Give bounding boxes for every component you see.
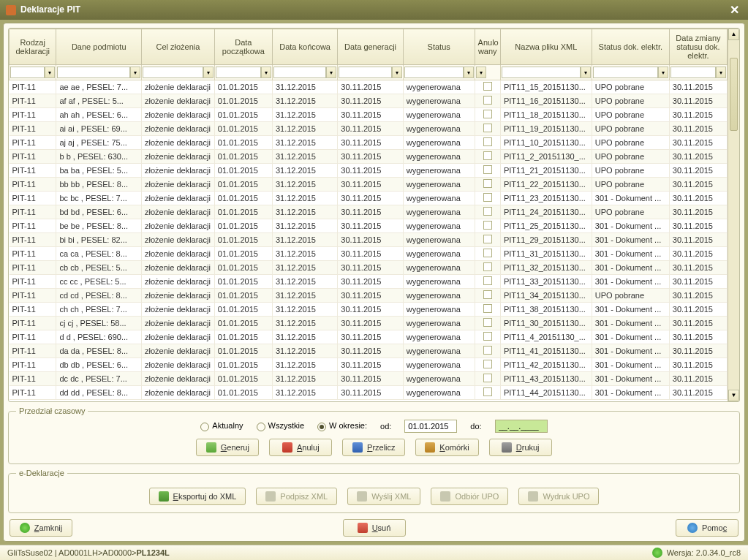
table-row[interactable]: PIT-11ah ah , PESEL: 6...złożenie deklar… xyxy=(10,108,728,122)
table-row[interactable]: PIT-11ai ai , PESEL: 69...złożenie dekla… xyxy=(10,122,728,136)
komorki-button[interactable]: Komórki xyxy=(415,439,478,456)
col-header-dzse[interactable]: Data zmiany statusu dok. elektr. xyxy=(669,29,727,65)
close-button[interactable]: ✕ xyxy=(727,3,742,17)
filter-dd-dzse[interactable]: ▾ xyxy=(716,67,726,78)
przelicz-button[interactable]: Przelicz xyxy=(342,439,405,456)
filter-dd-nazwa[interactable]: ▾ xyxy=(581,67,591,78)
anulowany-checkbox[interactable] xyxy=(483,262,492,271)
pomoc-button[interactable]: Pomoc xyxy=(676,519,738,537)
filter-dd-dgen[interactable]: ▾ xyxy=(392,67,402,78)
table-row[interactable]: PIT-11be be , PESEL: 8...złożenie deklar… xyxy=(10,219,728,233)
anulowany-checkbox[interactable] xyxy=(483,193,492,202)
radio-aktualny[interactable]: Aktualny xyxy=(200,421,243,431)
anulowany-checkbox[interactable] xyxy=(483,221,492,230)
anulowany-checkbox[interactable] xyxy=(483,137,492,146)
filter-input-dane[interactable] xyxy=(57,67,130,78)
anulowany-checkbox[interactable] xyxy=(483,110,492,118)
table-row[interactable]: PIT-11aj aj , PESEL: 75...złożenie dekla… xyxy=(10,136,728,150)
filter-input-sde[interactable] xyxy=(593,67,658,78)
anulowany-checkbox[interactable] xyxy=(483,82,492,91)
table-row[interactable]: PIT-11cc cc , PESEL: 5...złożenie deklar… xyxy=(10,275,728,289)
anuluj-button[interactable]: Anuluj xyxy=(269,439,332,456)
wydruk-upo-button[interactable]: Wydruk UPO xyxy=(518,488,599,505)
col-header-dane[interactable]: Dane podmiotu xyxy=(56,29,142,65)
table-row[interactable]: PIT-11cj cj , PESEL: 58...złożenie dekla… xyxy=(10,317,728,330)
filter-input-dpocz[interactable] xyxy=(216,67,261,78)
eksportuj-xml-button[interactable]: Eksportuj do XML xyxy=(149,488,246,505)
scroll-thumb[interactable] xyxy=(730,58,738,131)
anulowany-checkbox[interactable] xyxy=(483,360,492,368)
filter-dd-rodzaj[interactable]: ▾ xyxy=(45,67,55,78)
table-row[interactable]: PIT-11bi bi , PESEL: 82...złożenie dekla… xyxy=(10,233,728,247)
anulowany-checkbox[interactable] xyxy=(483,235,492,243)
scroll-down-arrow[interactable]: ▼ xyxy=(728,390,739,401)
filter-dd-status[interactable]: ▾ xyxy=(464,67,474,78)
vertical-scrollbar[interactable]: ▲ ▼ xyxy=(728,29,739,401)
col-header-status[interactable]: Status xyxy=(403,29,475,65)
table-row[interactable]: PIT-11dc dc , PESEL: 7...złożenie deklar… xyxy=(10,372,728,386)
filter-input-dzse[interactable] xyxy=(670,67,716,78)
radio-wszystkie[interactable]: Wszystkie xyxy=(257,421,305,431)
table-row[interactable]: PIT-11ba ba , PESEL: 5...złożenie deklar… xyxy=(10,164,728,178)
table-row[interactable]: PIT-11db db , PESEL: 6...złożenie deklar… xyxy=(10,358,728,372)
podpisz-xml-button[interactable]: Podpisz XML xyxy=(256,488,337,505)
scroll-up-arrow[interactable]: ▲ xyxy=(728,29,739,40)
filter-input-rodzaj[interactable] xyxy=(10,67,45,78)
odbior-upo-button[interactable]: Odbiór UPO xyxy=(431,488,508,505)
anulowany-checkbox[interactable] xyxy=(483,387,492,396)
anulowany-checkbox[interactable] xyxy=(483,151,492,160)
table-row[interactable]: PIT-11dd dd , PESEL: 8...złożenie deklar… xyxy=(10,386,728,400)
date-od-input[interactable] xyxy=(404,420,457,433)
col-header-dgen[interactable]: Data generacji xyxy=(338,29,403,65)
usun-button[interactable]: Usuń xyxy=(343,519,406,537)
anulowany-checkbox[interactable] xyxy=(483,165,492,174)
filter-dd-dpocz[interactable]: ▾ xyxy=(261,67,271,78)
anulowany-checkbox[interactable] xyxy=(483,318,492,327)
generuj-button[interactable]: Generuj xyxy=(196,439,259,456)
col-header-anul[interactable]: Anulo wany xyxy=(475,29,500,65)
anulowany-checkbox[interactable] xyxy=(483,207,492,216)
col-header-cel[interactable]: Cel złożenia xyxy=(141,29,214,65)
anulowany-checkbox[interactable] xyxy=(483,290,492,299)
table-row[interactable]: PIT-11bb bb , PESEL: 8...złożenie deklar… xyxy=(10,178,728,192)
filter-dd-cel[interactable]: ▾ xyxy=(203,67,214,78)
col-header-nazwa[interactable]: Nazwa pliku XML xyxy=(500,29,592,65)
table-row[interactable]: PIT-11ae ae , PESEL: 7...złożenie deklar… xyxy=(10,80,728,94)
anulowany-checkbox[interactable] xyxy=(483,332,492,341)
table-row[interactable]: PIT-11af af , PESEL: 5...złożenie deklar… xyxy=(10,94,728,108)
col-header-sde[interactable]: Status dok. elektr. xyxy=(592,29,669,65)
table-row[interactable]: PIT-11da da , PESEL: 8...złożenie deklar… xyxy=(10,344,728,358)
anulowany-checkbox[interactable] xyxy=(483,249,492,257)
table-row[interactable]: PIT-11d d , PESEL: 690...złożenie deklar… xyxy=(10,330,728,344)
filter-input-dkonc[interactable] xyxy=(273,67,326,78)
anulowany-checkbox[interactable] xyxy=(483,304,492,313)
table-row[interactable]: PIT-11b b , PESEL: 630...złożenie deklar… xyxy=(10,150,728,164)
anulowany-checkbox[interactable] xyxy=(483,124,492,132)
wyslij-xml-button[interactable]: Wyślij XML xyxy=(347,488,420,505)
table-row[interactable]: PIT-11ca ca , PESEL: 8...złożenie deklar… xyxy=(10,247,728,261)
table-row[interactable]: PIT-11cd cd , PESEL: 8...złożenie deklar… xyxy=(10,289,728,303)
filter-input-cel[interactable] xyxy=(143,67,203,78)
zamknij-button[interactable]: Zamknij xyxy=(10,519,72,537)
table-row[interactable]: PIT-11bc bc , PESEL: 7...złożenie deklar… xyxy=(10,192,728,205)
filter-dd-dane[interactable]: ▾ xyxy=(130,67,140,78)
filter-input-nazwa[interactable] xyxy=(502,67,581,78)
filter-dd-dkonc[interactable]: ▾ xyxy=(326,67,336,78)
col-header-dpocz[interactable]: Data początkowa xyxy=(214,29,272,65)
table-row[interactable]: PIT-11ch ch , PESEL: 7...złożenie deklar… xyxy=(10,303,728,317)
anulowany-checkbox[interactable] xyxy=(483,96,492,105)
anulowany-checkbox[interactable] xyxy=(483,346,492,355)
anulowany-checkbox[interactable] xyxy=(483,179,492,188)
date-do-input[interactable] xyxy=(495,420,548,433)
filter-input-dgen[interactable] xyxy=(339,67,391,78)
anulowany-checkbox[interactable] xyxy=(483,374,492,382)
filter-dd-sde[interactable]: ▾ xyxy=(658,67,668,78)
drukuj-button[interactable]: Drukuj xyxy=(489,439,552,456)
col-header-rodzaj[interactable]: Rodzaj deklaracji xyxy=(10,29,56,65)
table-row[interactable]: PIT-11cb cb , PESEL: 5...złożenie deklar… xyxy=(10,261,728,275)
radio-wokresie[interactable]: W okresie: xyxy=(317,421,367,431)
anulowany-checkbox[interactable] xyxy=(483,276,492,285)
col-header-dkonc[interactable]: Data końcowa xyxy=(272,29,337,65)
table-row[interactable]: PIT-11bd bd , PESEL: 6...złożenie deklar… xyxy=(10,205,728,219)
filter-input-status[interactable] xyxy=(404,67,464,78)
